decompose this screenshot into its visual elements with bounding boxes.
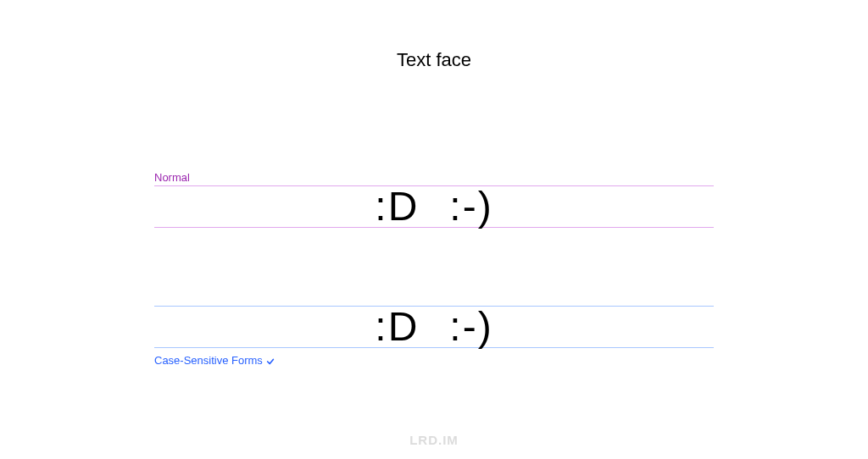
- sample-row-normal: Normal :D :-): [154, 185, 714, 228]
- section-case-sensitive: :D :-) Case-Sensitive Forms: [154, 306, 714, 348]
- label-normal: Normal: [154, 171, 190, 184]
- label-case-sensitive: Case-Sensitive Forms: [154, 354, 275, 367]
- content-area: Normal :D :-) :D :-) Case-Sensitive Form…: [154, 185, 714, 348]
- check-icon: [266, 354, 275, 367]
- section-normal: Normal :D :-): [154, 185, 714, 228]
- watermark: LRD.IM: [0, 433, 868, 447]
- sample-row-case-sensitive: :D :-) Case-Sensitive Forms: [154, 306, 714, 348]
- emoji-sample: :-): [449, 307, 492, 347]
- page-title: Text face: [0, 0, 868, 71]
- emoji-sample: :D: [375, 186, 419, 227]
- label-case-sensitive-text: Case-Sensitive Forms: [154, 354, 263, 367]
- emoji-sample: :-): [449, 186, 492, 227]
- emoji-sample: :D: [375, 307, 419, 347]
